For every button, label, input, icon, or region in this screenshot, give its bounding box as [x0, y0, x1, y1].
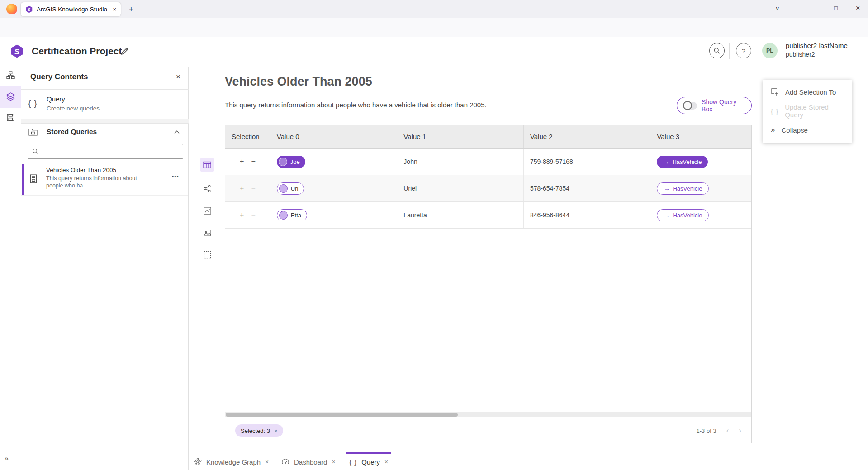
menu-item-add-selection-to[interactable]: Add Selection To	[763, 82, 852, 101]
stored-query-desc-line2: people who ha...	[46, 182, 88, 189]
table-row[interactable]: + − Etta Lauretta 846-956-8644 →HasVehic…	[225, 202, 751, 229]
add-to-selection-button[interactable]: +	[240, 184, 244, 192]
show-query-box-label: Show Query Box	[702, 98, 745, 113]
image-icon	[204, 229, 211, 237]
window-minimize-button[interactable]: –	[813, 5, 816, 11]
contents-layers-icon[interactable]	[6, 92, 15, 101]
remove-from-selection-button[interactable]: −	[251, 184, 255, 192]
scrollbar-thumb[interactable]	[226, 413, 458, 417]
table-row[interactable]: + − Uri Uriel 578-654-7854 →HasVehicle	[225, 175, 751, 202]
stored-query-title: Vehicles Older Than 2005	[46, 167, 116, 173]
cell-phone: 759-889-57168	[530, 158, 573, 165]
new-tab-button[interactable]: +	[129, 5, 133, 13]
stored-queries-header[interactable]: Stored Queries	[21, 124, 188, 142]
browser-tab[interactable]: S ArcGIS Knowledge Studio ×	[21, 2, 121, 16]
relationship-pill[interactable]: →HasVehicle	[657, 182, 709, 195]
chart-button[interactable]	[200, 204, 214, 217]
relationship-pill[interactable]: →HasVehicle	[657, 156, 708, 168]
table-view-button[interactable]	[200, 158, 214, 172]
cell-name: Lauretta	[403, 211, 427, 219]
selection-box-icon	[204, 251, 211, 259]
svg-text:S: S	[14, 48, 20, 56]
entity-dot-icon	[279, 184, 288, 193]
entity-pill[interactable]: Joe	[277, 156, 305, 168]
stored-query-doc-icon	[29, 174, 38, 183]
horizontal-scrollbar[interactable]	[225, 412, 751, 417]
stored-queries-search[interactable]	[28, 144, 183, 159]
stored-queries-title: Stored Queries	[47, 128, 97, 136]
stored-query-item[interactable]: Vehicles Older Than 2005 This query retu…	[21, 163, 188, 196]
new-query-item[interactable]: { } Query Create new queries	[21, 90, 188, 119]
tab-dashboard[interactable]: Dashboard ×	[281, 453, 336, 470]
panel-close-icon[interactable]: ×	[176, 72, 180, 82]
toggle-track	[683, 102, 697, 110]
column-header-value2[interactable]: Value 2	[523, 125, 650, 148]
table-header-row: Selection Value 0 Value 1 Value 2 Value …	[225, 125, 751, 149]
column-header-selection[interactable]: Selection	[225, 125, 270, 148]
user-info[interactable]: publisher2 lastName publisher2	[786, 41, 848, 59]
section-gap	[21, 119, 189, 124]
tab-query[interactable]: { } Query ×	[349, 453, 388, 470]
window-close-button[interactable]: ×	[856, 5, 860, 12]
main-content: Vehicles Older Than 2005 This query retu…	[189, 67, 868, 453]
search-input[interactable]	[43, 148, 179, 155]
menu-item-collapse[interactable]: » Collapse	[763, 120, 852, 139]
column-header-value1[interactable]: Value 1	[397, 125, 523, 148]
column-header-value0[interactable]: Value 0	[270, 125, 397, 148]
clear-selection-icon[interactable]: ×	[274, 427, 278, 434]
browser-toolbar: ← → ↻ https://dev0028833.esri.com/portal…	[0, 18, 868, 37]
query-item-subtitle: Create new queries	[47, 105, 100, 112]
add-to-selection-button[interactable]: +	[240, 211, 244, 219]
close-tab-icon[interactable]: ×	[265, 458, 269, 465]
image-button[interactable]	[200, 226, 214, 240]
collapse-icon: »	[771, 125, 775, 134]
entity-dot-icon	[279, 158, 287, 166]
show-query-box-toggle[interactable]: Show Query Box	[677, 97, 752, 114]
tab-close-icon[interactable]: ×	[113, 6, 116, 12]
save-icon[interactable]	[6, 113, 15, 122]
column-header-value3[interactable]: Value 3	[650, 125, 751, 148]
window-maximize-button[interactable]: □	[834, 5, 838, 11]
link-chart-icon	[204, 185, 211, 192]
edit-pencil-icon[interactable]	[121, 47, 129, 55]
arcgis-knowledge-logo: S	[10, 44, 24, 58]
cell-name: Uriel	[403, 185, 417, 192]
list-tabs-icon[interactable]: ∨	[775, 5, 780, 11]
arcgis-favicon: S	[25, 5, 33, 13]
close-tab-icon[interactable]: ×	[384, 458, 388, 465]
avatar[interactable]: PL	[762, 43, 778, 58]
search-button[interactable]	[709, 43, 725, 58]
expand-rail-icon[interactable]: »	[5, 455, 9, 463]
cell-phone: 846-956-8644	[530, 211, 569, 219]
cell-name: John	[403, 158, 417, 165]
remove-from-selection-button[interactable]: −	[251, 211, 255, 219]
link-chart-button[interactable]	[200, 182, 214, 195]
chart-icon	[204, 207, 211, 215]
previous-page-icon[interactable]: ‹	[726, 426, 729, 435]
remove-from-selection-button[interactable]: −	[251, 158, 255, 166]
chevron-up-icon[interactable]	[174, 130, 180, 134]
add-to-selection-button[interactable]: +	[240, 158, 244, 166]
view-tab-bar: Knowledge Graph × Dashboard × { } Query …	[189, 453, 868, 470]
left-rail: »	[0, 67, 21, 470]
relationship-pill[interactable]: →HasVehicle	[657, 209, 709, 221]
table-row[interactable]: + − Joe John 759-889-57168 →HasVehicle	[225, 149, 751, 175]
knowledge-graph-icon	[194, 458, 202, 466]
data-model-icon[interactable]	[6, 71, 15, 80]
entity-pill[interactable]: Uri	[277, 182, 304, 195]
search-icon	[713, 47, 721, 54]
tab-knowledge-graph[interactable]: Knowledge Graph ×	[194, 453, 269, 470]
selected-count-chip[interactable]: Selected: 3 ×	[235, 424, 283, 437]
browser-tab-strip: S ArcGIS Knowledge Studio × + ∨ – □ ×	[0, 0, 868, 18]
entity-pill[interactable]: Etta	[277, 209, 307, 221]
next-page-icon[interactable]: ›	[739, 426, 741, 435]
header-divider	[729, 43, 730, 59]
arrow-right-icon: →	[664, 212, 669, 219]
close-tab-icon[interactable]: ×	[332, 458, 335, 465]
selection-tool-button[interactable]	[200, 248, 214, 261]
firefox-icon[interactable]	[6, 4, 17, 14]
table-footer: Selected: 3 × 1-3 of 3 ‹ ›	[225, 418, 751, 443]
item-options-icon[interactable]: •••	[172, 174, 179, 180]
help-button[interactable]: ?	[736, 43, 751, 58]
user-role: publisher2	[786, 50, 848, 59]
